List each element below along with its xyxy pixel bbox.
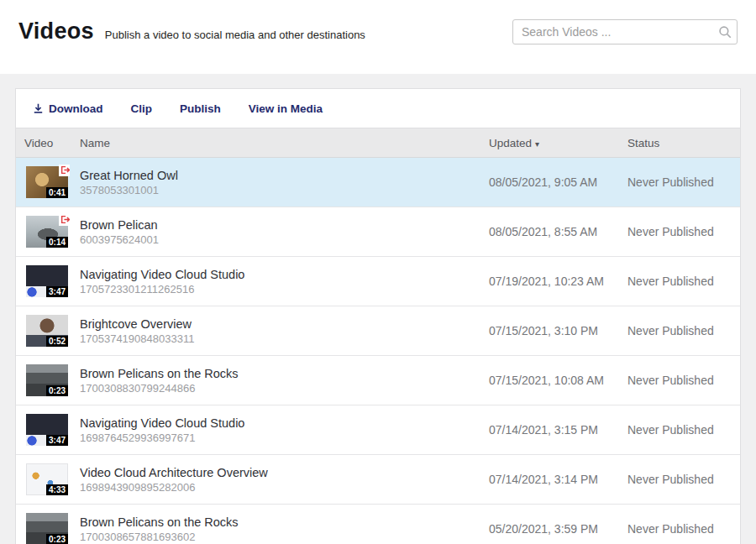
thumbnail-frame: 0:41	[26, 166, 68, 198]
video-name-cell: Brown Pelicans on the Rocks 170030865788…	[80, 515, 489, 543]
remote-video-icon	[59, 214, 70, 226]
video-thumbnail-cell: 0:23	[24, 364, 80, 396]
video-name[interactable]: Brown Pelicans on the Rocks	[80, 515, 489, 530]
table-row[interactable]: 0:14 Brown Pelican 6003975624001 08/05/2…	[16, 207, 740, 257]
table-row[interactable]: 3:47 Navigating Video Cloud Studio 16987…	[16, 405, 740, 455]
column-header-status[interactable]: Status	[627, 137, 732, 149]
duration-badge: 4:33	[46, 484, 68, 495]
video-id: 1700308657881693602	[80, 531, 489, 543]
video-name[interactable]: Brown Pelican	[80, 217, 489, 233]
video-thumbnail-cell: 0:52	[24, 315, 80, 347]
duration-badge: 0:14	[46, 237, 68, 248]
thumbnail-frame: 0:14	[26, 216, 68, 248]
video-name[interactable]: Navigating Video Cloud Studio	[80, 267, 489, 282]
duration-badge: 3:47	[46, 286, 68, 297]
video-status: Never Published	[627, 175, 732, 189]
video-name[interactable]: Navigating Video Cloud Studio	[80, 416, 489, 431]
table-row[interactable]: 4:33 Video Cloud Architecture Overview 1…	[16, 455, 740, 505]
video-name-cell: Brightcove Overview 1705374190848033311	[80, 316, 489, 345]
page-subtitle: Publish a video to social media and othe…	[105, 29, 365, 41]
table-row[interactable]: 3:47 Navigating Video Cloud Studio 17057…	[16, 257, 740, 306]
video-status: Never Published	[627, 473, 732, 486]
video-updated: 05/20/2021, 3:59 PM	[489, 522, 627, 536]
column-header-name[interactable]: Name	[80, 137, 489, 149]
video-id: 1705723301211262516	[80, 283, 489, 296]
column-header-updated[interactable]: Updated▾	[489, 137, 627, 149]
video-id: 3578053301001	[80, 184, 489, 196]
column-header-video: Video	[24, 137, 80, 149]
table-row[interactable]: 0:41 Great Horned Owl 3578053301001 08/0…	[16, 158, 740, 207]
video-updated: 07/14/2021, 3:14 PM	[489, 473, 627, 486]
video-updated: 07/19/2021, 10:23 AM	[489, 275, 627, 288]
video-status: Never Published	[627, 275, 732, 288]
download-label: Download	[49, 102, 103, 115]
sort-caret-icon: ▾	[535, 139, 539, 149]
video-name-cell: Navigating Video Cloud Studio 1698764529…	[80, 416, 489, 444]
duration-badge: 0:52	[46, 336, 68, 347]
page-header: Videos Publish a video to social media a…	[0, 0, 756, 74]
thumbnail-frame: 4:33	[26, 463, 68, 495]
video-name-cell: Great Horned Owl 3578053301001	[80, 168, 489, 196]
video-name[interactable]: Brightcove Overview	[80, 316, 489, 332]
video-status: Never Published	[627, 522, 732, 536]
duration-badge: 0:23	[46, 385, 68, 396]
column-header-updated-label: Updated	[489, 137, 532, 149]
duration-badge: 0:41	[46, 187, 68, 198]
publish-button[interactable]: Publish	[180, 102, 221, 115]
video-thumbnail-cell: 4:33	[24, 463, 80, 495]
view-in-media-button[interactable]: View in Media	[249, 102, 323, 115]
clip-button[interactable]: Clip	[131, 102, 153, 115]
video-id: 1698764529936997671	[80, 432, 489, 444]
video-id: 6003975624001	[80, 233, 489, 246]
video-id: 1705374190848033311	[80, 332, 489, 345]
search-icon[interactable]	[713, 25, 737, 39]
toolbar: Download Clip Publish View in Media	[16, 89, 740, 128]
video-name[interactable]: Brown Pelicans on the Rocks	[80, 366, 489, 381]
video-name[interactable]: Great Horned Owl	[80, 168, 489, 183]
duration-badge: 3:47	[46, 435, 68, 446]
video-name-cell: Brown Pelicans on the Rocks 170030883079…	[80, 366, 489, 395]
video-thumbnail-cell: 0:23	[24, 513, 80, 544]
remote-video-icon	[59, 165, 70, 176]
table-row[interactable]: 0:23 Brown Pelicans on the Rocks 1700308…	[16, 505, 740, 544]
search-box	[512, 19, 738, 44]
video-thumbnail-cell: 0:14	[24, 216, 80, 248]
video-status: Never Published	[627, 225, 732, 238]
video-name[interactable]: Video Cloud Architecture Overview	[80, 465, 489, 480]
video-updated: 08/05/2021, 8:55 AM	[489, 225, 627, 238]
video-status: Never Published	[627, 324, 732, 337]
video-table-body: 0:41 Great Horned Owl 3578053301001 08/0…	[16, 158, 740, 544]
thumbnail-frame: 0:23	[26, 513, 68, 544]
download-icon	[33, 102, 44, 114]
thumbnail-frame: 3:47	[26, 265, 68, 297]
thumbnail-frame: 3:47	[26, 414, 68, 446]
video-updated: 07/15/2021, 10:08 AM	[489, 374, 627, 387]
video-name-cell: Navigating Video Cloud Studio 1705723301…	[80, 267, 489, 296]
table-row[interactable]: 0:52 Brightcove Overview 170537419084803…	[16, 306, 740, 356]
video-thumbnail-cell: 3:47	[24, 414, 80, 446]
video-updated: 08/05/2021, 9:05 AM	[489, 175, 627, 189]
video-name-cell: Brown Pelican 6003975624001	[80, 217, 489, 246]
videos-panel: Download Clip Publish View in Media Vide…	[15, 88, 741, 544]
video-status: Never Published	[627, 374, 732, 387]
download-button[interactable]: Download	[33, 102, 103, 115]
video-id: 1700308830799244866	[80, 382, 489, 395]
thumbnail-frame: 0:52	[26, 315, 68, 347]
video-thumbnail-cell: 0:41	[24, 166, 80, 198]
table-header: Video Name Updated▾ Status	[16, 128, 740, 158]
page-title: Videos	[18, 18, 94, 44]
video-thumbnail-cell: 3:47	[24, 265, 80, 297]
video-name-cell: Video Cloud Architecture Overview 169894…	[80, 465, 489, 494]
video-status: Never Published	[627, 423, 732, 437]
table-row[interactable]: 0:23 Brown Pelicans on the Rocks 1700308…	[16, 356, 740, 405]
search-input[interactable]	[513, 25, 713, 39]
video-updated: 07/14/2021, 3:15 PM	[489, 423, 627, 437]
video-id: 1698943909895282006	[80, 481, 489, 494]
thumbnail-frame: 0:23	[26, 364, 68, 396]
duration-badge: 0:23	[46, 534, 68, 544]
video-updated: 07/15/2021, 3:10 PM	[489, 324, 627, 337]
